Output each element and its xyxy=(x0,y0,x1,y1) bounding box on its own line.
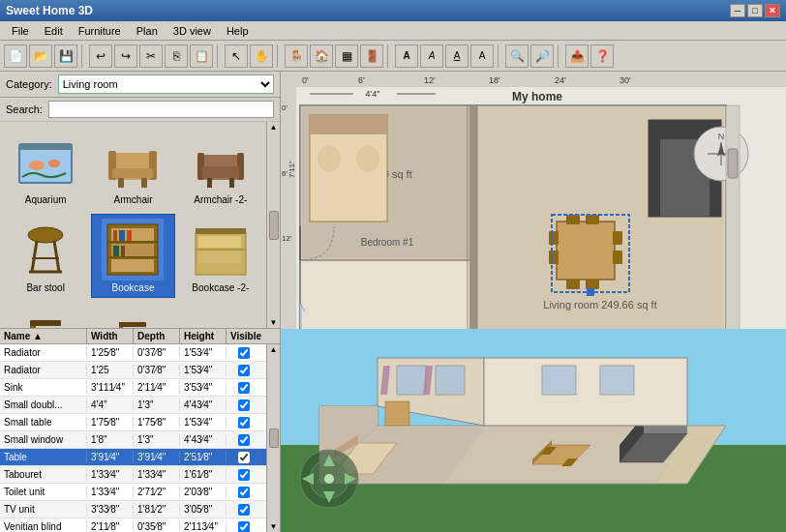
props-scroll-up[interactable]: ▲ xyxy=(270,345,278,354)
text-tool-3[interactable]: A xyxy=(445,44,469,68)
minimize-button[interactable]: ─ xyxy=(730,4,745,17)
menu-plan[interactable]: Plan xyxy=(129,23,166,39)
svg-rect-22 xyxy=(111,228,154,241)
help-button[interactable]: ❓ xyxy=(590,44,614,68)
menu-help[interactable]: Help xyxy=(219,23,257,39)
select-tool[interactable]: ↖ xyxy=(225,44,248,68)
svg-text:12': 12' xyxy=(424,75,436,85)
visible-cell[interactable] xyxy=(227,381,261,395)
menu-furniture[interactable]: Furniture xyxy=(71,23,129,39)
add-room[interactable]: 🏠 xyxy=(310,44,333,68)
table-row[interactable]: Small doubl...4'4"1'3"4'43⁄4" xyxy=(0,397,266,414)
scroll-up-btn[interactable]: ▲ xyxy=(270,123,278,132)
furniture-scrollbar[interactable]: ▲ ▼ xyxy=(266,122,280,328)
visible-checkbox[interactable] xyxy=(238,399,250,411)
add-furniture[interactable]: 🪑 xyxy=(285,44,308,68)
zoom-out[interactable]: 🔎 xyxy=(530,44,554,68)
table-row[interactable]: Radiator1'25⁄8"0'37⁄8"1'53⁄4" xyxy=(0,344,266,362)
visible-checkbox[interactable] xyxy=(238,417,250,429)
furniture-item-aquarium[interactable]: Aquarium xyxy=(4,126,87,210)
furniture-item-bookcase[interactable]: Bookcase xyxy=(91,214,174,298)
visible-cell[interactable] xyxy=(227,433,261,447)
copy-button[interactable]: ⎘ xyxy=(165,44,188,68)
table-row[interactable]: Radiator1'250'37⁄8"1'53⁄4" xyxy=(0,362,266,379)
text-tool-1[interactable]: A xyxy=(395,44,418,68)
furniture-item-coffeetable[interactable]: Coffee table xyxy=(179,302,262,328)
visible-checkbox[interactable] xyxy=(238,504,250,516)
armchair2-label: Armchair -2- xyxy=(194,194,247,205)
table-cell: Table xyxy=(0,451,87,463)
category-select[interactable]: Living room xyxy=(58,74,274,94)
visible-checkbox[interactable] xyxy=(238,469,250,481)
visible-cell[interactable] xyxy=(227,486,261,499)
search-input[interactable] xyxy=(48,101,274,118)
paste-button[interactable]: 📋 xyxy=(190,44,213,68)
visible-cell[interactable] xyxy=(227,346,261,360)
visible-cell[interactable] xyxy=(227,364,261,377)
svg-rect-34 xyxy=(198,251,241,263)
furniture-item-armchair[interactable]: Armchair xyxy=(91,126,174,210)
furniture-item-armchair2[interactable]: Armchair -2- xyxy=(179,126,262,210)
cut-button[interactable]: ✂ xyxy=(139,44,163,68)
redo-button[interactable]: ↪ xyxy=(114,44,137,68)
props-scroll-thumb[interactable] xyxy=(269,429,279,448)
visible-cell[interactable] xyxy=(227,468,261,482)
props-scrollbar[interactable]: ▲ ▼ xyxy=(266,344,280,532)
scroll-down-btn[interactable]: ▼ xyxy=(270,318,278,327)
undo-button[interactable]: ↩ xyxy=(89,44,112,68)
table-row[interactable]: Tabouret1'33⁄4"1'33⁄4"1'61⁄8" xyxy=(0,466,266,484)
visible-cell[interactable] xyxy=(227,416,261,429)
table-cell: 2'71⁄2" xyxy=(134,486,180,498)
visible-checkbox[interactable] xyxy=(238,365,250,376)
props-header: Name ▲ Width Depth Height Visible xyxy=(0,329,280,344)
furniture-item-barstool[interactable]: Bar stool xyxy=(4,214,87,298)
main-layout: Category: Living room Search: xyxy=(0,72,786,532)
visible-checkbox[interactable] xyxy=(238,521,250,533)
table-cell: 2'113⁄4" xyxy=(180,520,227,532)
visible-cell[interactable] xyxy=(227,503,261,517)
add-door[interactable]: 🚪 xyxy=(360,44,383,68)
open-button[interactable]: 📂 xyxy=(29,44,52,68)
pan-tool[interactable]: ✋ xyxy=(250,44,273,68)
table-row[interactable]: TV unit3'33⁄8"1'81⁄2"3'05⁄8" xyxy=(0,501,266,518)
visible-checkbox[interactable] xyxy=(238,487,250,498)
menu-edit[interactable]: Edit xyxy=(37,23,71,39)
table-row[interactable]: Small table1'75⁄8"1'75⁄8"1'53⁄4" xyxy=(0,414,266,431)
visible-checkbox[interactable] xyxy=(238,347,250,359)
visible-checkbox[interactable] xyxy=(238,452,250,463)
visible-cell[interactable] xyxy=(227,451,261,464)
menu-file[interactable]: File xyxy=(4,23,37,39)
close-button[interactable]: ✕ xyxy=(765,4,780,17)
table-row[interactable]: Table3'91⁄4"3'91⁄4"2'51⁄8" xyxy=(0,449,266,466)
table-cell: 1'75⁄8" xyxy=(87,416,134,429)
bookcase-thumb xyxy=(102,219,164,281)
visible-cell[interactable] xyxy=(227,399,261,412)
table-row[interactable]: Small window1'8"1'3"4'43⁄4" xyxy=(0,431,266,449)
props-scroll-down[interactable]: ▼ xyxy=(270,522,278,531)
visible-checkbox[interactable] xyxy=(238,434,250,446)
furniture-item-bookcase2[interactable]: Bookcase -2- xyxy=(179,214,262,298)
visible-cell[interactable] xyxy=(227,520,261,533)
maximize-button[interactable]: □ xyxy=(747,4,763,17)
scroll-thumb[interactable] xyxy=(269,211,279,240)
visible-checkbox[interactable] xyxy=(238,382,250,394)
table-cell: 1'25⁄8" xyxy=(87,346,134,359)
table-row[interactable]: Venitian blind2'11⁄8"0'35⁄8"2'113⁄4" xyxy=(0,518,266,532)
svg-line-17 xyxy=(32,241,37,272)
zoom-in[interactable]: 🔍 xyxy=(505,44,529,68)
save-button[interactable]: 💾 xyxy=(54,44,77,68)
new-button[interactable]: 📄 xyxy=(4,44,27,68)
table-cell: 2'11⁄4" xyxy=(134,381,180,394)
table-row[interactable]: Sink3'111⁄4"2'11⁄4"3'53⁄4" xyxy=(0,379,266,397)
table-cell: 0'35⁄8" xyxy=(134,520,180,532)
text-tool-4[interactable]: A xyxy=(470,44,494,68)
menu-3dview[interactable]: 3D view xyxy=(166,23,219,39)
table-row[interactable]: Toilet unit1'33⁄4"2'71⁄2"2'03⁄8" xyxy=(0,484,266,501)
export-button[interactable]: 📤 xyxy=(565,44,589,68)
furniture-item-chair[interactable]: Chair xyxy=(4,302,87,328)
furniture-item-chair2[interactable]: Chair -2- xyxy=(91,302,174,328)
table-cell: Small doubl... xyxy=(0,399,87,411)
text-tool-2[interactable]: A xyxy=(420,44,443,68)
svg-rect-77 xyxy=(310,115,387,134)
add-wall[interactable]: ▦ xyxy=(335,44,358,68)
